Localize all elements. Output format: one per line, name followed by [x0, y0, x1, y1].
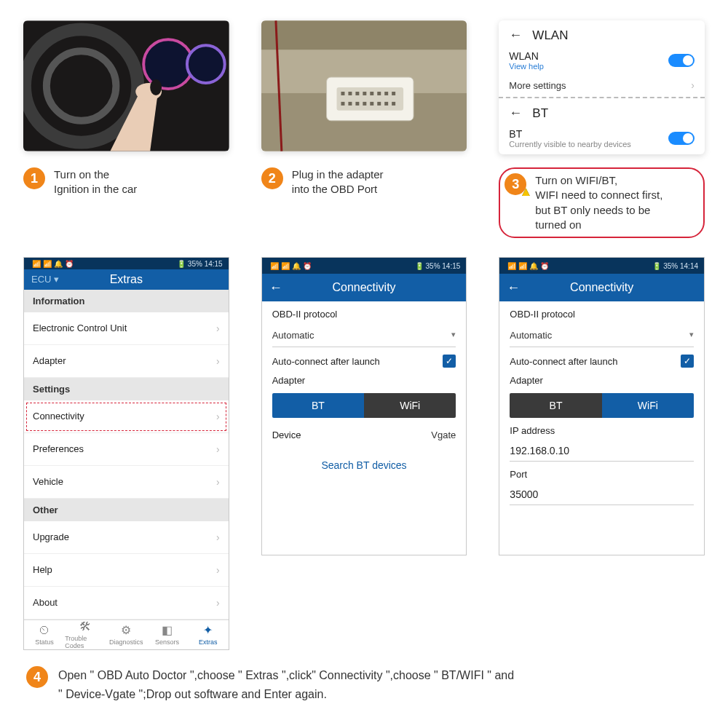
- chevron-right-icon: ›: [691, 79, 695, 91]
- protocol-dropdown[interactable]: Automatic▾: [272, 327, 456, 347]
- chevron-down-icon: ▾: [689, 330, 694, 341]
- item-about[interactable]: About›: [24, 587, 229, 620]
- svg-point-3: [143, 39, 193, 89]
- tab-sensors[interactable]: ◧Sensors: [146, 620, 187, 649]
- wlan-label: WLAN: [509, 50, 544, 62]
- autoconnect-label: Auto-connect after launch: [510, 356, 617, 367]
- section-other: Other: [24, 499, 229, 521]
- wlan-more-settings[interactable]: More settings ›: [509, 72, 695, 92]
- svg-rect-25: [377, 102, 381, 106]
- svg-rect-8: [261, 20, 467, 50]
- step-text: Turn on WIFI/BT, WIFI need to connect fi…: [535, 173, 662, 232]
- chevron-right-icon: ›: [216, 564, 220, 576]
- chevron-right-icon: ›: [216, 355, 220, 367]
- back-icon[interactable]: ←: [509, 28, 522, 43]
- port-input[interactable]: 35000: [510, 487, 694, 505]
- protocol-label: OBD-II protocol: [272, 309, 456, 320]
- status-bar: 📶📶🔔⏰ 🔋 35% 14:15: [24, 258, 229, 269]
- seg-wifi[interactable]: WiFi: [602, 393, 694, 418]
- svg-rect-15: [363, 92, 366, 95]
- item-upgrade[interactable]: Upgrade›: [24, 521, 229, 554]
- svg-point-4: [187, 45, 225, 83]
- autoconnect-checkbox[interactable]: ✓: [443, 355, 456, 368]
- svg-rect-20: [341, 102, 344, 106]
- status-bar: 📶📶🔔⏰ 🔋 35% 14:14: [499, 258, 704, 274]
- autoconnect-checkbox[interactable]: ✓: [681, 355, 694, 368]
- step-4: 4 Open " OBD Auto Doctor ",choose " Extr…: [23, 666, 705, 703]
- ip-input[interactable]: 192.168.0.10: [510, 443, 694, 462]
- chevron-right-icon: ›: [216, 323, 220, 334]
- svg-point-6: [150, 79, 162, 95]
- seg-bt[interactable]: BT: [510, 393, 601, 418]
- item-vehicle[interactable]: Vehicle›: [24, 466, 229, 499]
- chevron-right-icon: ›: [216, 597, 220, 609]
- item-preferences[interactable]: Preferences›: [24, 433, 229, 466]
- phone-connectivity-bt: 📶📶🔔⏰ 🔋 35% 14:15 ← Connectivity OBD-II p…: [261, 257, 467, 555]
- search-bt-devices-button[interactable]: Search BT devices: [272, 452, 456, 478]
- adapter-segmented: BT WiFi: [510, 393, 694, 418]
- bt-sublabel: Currently visible to nearby devices: [509, 140, 631, 149]
- tab-diagnostics[interactable]: ⚙Diagnostics: [106, 620, 146, 649]
- step-3: 3 Turn on WIFI/BT, WIFI need to connect …: [499, 167, 705, 238]
- svg-rect-17: [377, 92, 381, 95]
- protocol-dropdown[interactable]: Automatic▾: [510, 327, 694, 347]
- autoconnect-label: Auto-connect after launch: [272, 356, 380, 367]
- bt-toggle[interactable]: [668, 132, 695, 145]
- tab-extras[interactable]: ✦Extras: [188, 620, 229, 649]
- app-bar: ECU ▾ Extras: [24, 269, 229, 290]
- device-label: Device: [272, 430, 301, 440]
- section-information: Information: [24, 290, 229, 312]
- adapter-segmented: BT WiFi: [272, 393, 456, 418]
- adapter-label: Adapter: [510, 375, 694, 386]
- item-adapter[interactable]: Adapter›: [24, 345, 229, 378]
- step-number: 2: [261, 167, 283, 189]
- protocol-label: OBD-II protocol: [510, 309, 694, 320]
- bt-title: BT: [532, 106, 548, 121]
- svg-rect-11: [336, 87, 403, 111]
- svg-rect-18: [384, 92, 388, 95]
- tab-status[interactable]: ⏲Status: [24, 620, 65, 649]
- seg-wifi[interactable]: WiFi: [364, 393, 456, 418]
- step-text: Turn on the Ignition in the car: [54, 167, 137, 197]
- tab-trouble-codes[interactable]: 🛠Trouble Codes: [65, 620, 106, 649]
- app-bar: ← Connectivity: [499, 274, 704, 301]
- status-bar: 📶📶🔔⏰ 🔋 35% 14:15: [262, 258, 467, 274]
- bt-label: BT: [509, 128, 631, 140]
- svg-rect-26: [384, 102, 388, 106]
- chevron-right-icon: ›: [216, 411, 220, 422]
- step-text: Plug in the adapter into the OBD Port: [292, 167, 384, 197]
- chevron-right-icon: ›: [216, 443, 220, 455]
- item-help[interactable]: Help›: [24, 554, 229, 587]
- svg-rect-13: [348, 92, 352, 95]
- chevron-right-icon: ›: [216, 476, 220, 488]
- wlan-toggle[interactable]: [668, 54, 695, 67]
- svg-rect-14: [355, 92, 359, 95]
- step-2: 2 Plug in the adapter into the OBD Port: [261, 167, 467, 197]
- step-number: 3: [505, 173, 526, 195]
- svg-rect-21: [348, 102, 352, 106]
- svg-rect-24: [370, 102, 373, 106]
- ignition-photo: [23, 20, 229, 151]
- svg-rect-22: [355, 102, 359, 106]
- wlan-title: WLAN: [532, 28, 568, 43]
- step-number: 4: [26, 666, 48, 688]
- phone-connectivity-wifi: 📶📶🔔⏰ 🔋 35% 14:14 ← Connectivity OBD-II p…: [499, 257, 705, 555]
- app-bar: ← Connectivity: [262, 274, 467, 301]
- chevron-right-icon: ›: [216, 531, 220, 543]
- more-settings-label: More settings: [509, 80, 566, 91]
- svg-rect-23: [363, 102, 366, 106]
- item-connectivity[interactable]: Connectivity›: [24, 400, 229, 433]
- item-ecu[interactable]: Electronic Control Unit›: [24, 312, 229, 345]
- section-settings: Settings: [24, 378, 229, 400]
- page-title: Connectivity: [262, 281, 467, 294]
- wifi-bt-settings-card: ←WLAN WLAN View help More settings › ←BT…: [499, 20, 705, 154]
- step-1: 1 Turn on the Ignition in the car: [23, 167, 229, 197]
- step-text: Open " OBD Auto Doctor ",choose " Extras…: [58, 666, 514, 703]
- back-icon[interactable]: ←: [509, 106, 522, 121]
- ip-label: IP address: [510, 425, 694, 436]
- seg-bt[interactable]: BT: [272, 393, 364, 418]
- page-title: Connectivity: [499, 281, 704, 294]
- wlan-help-link[interactable]: View help: [509, 62, 544, 71]
- svg-rect-12: [341, 92, 344, 95]
- step-number: 1: [23, 167, 45, 189]
